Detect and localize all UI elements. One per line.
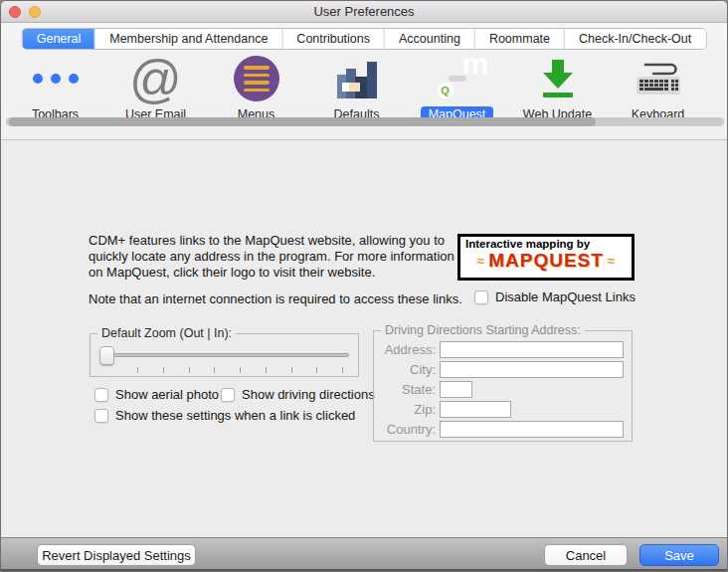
show-driving-directions-row: Show driving directions bbox=[221, 387, 375, 402]
toolbar-item-toolbars[interactable]: Toolbars bbox=[5, 53, 105, 122]
zip-field[interactable] bbox=[440, 401, 511, 418]
city-label: City: bbox=[374, 362, 440, 377]
city-row: City: bbox=[374, 361, 624, 378]
intro-paragraph: CDM+ features links to the MapQuest webs… bbox=[89, 233, 464, 281]
slider-ticks bbox=[137, 367, 343, 373]
slider-groove[interactable] bbox=[99, 353, 349, 357]
logo-dash-left: ≈ bbox=[476, 253, 484, 269]
show-settings-on-click-checkbox[interactable] bbox=[94, 409, 108, 423]
disable-mapquest-links-label: Disable MapQuest Links bbox=[495, 289, 636, 304]
default-zoom-legend: Default Zoom (Out | In): bbox=[97, 326, 236, 340]
default-zoom-group: Default Zoom (Out | In): bbox=[90, 333, 359, 377]
default-zoom-slider[interactable] bbox=[99, 346, 349, 372]
slider-thumb[interactable] bbox=[99, 346, 114, 365]
tab-general[interactable]: General bbox=[23, 29, 95, 49]
scrollbar-thumb[interactable] bbox=[9, 117, 596, 126]
toolbar-item-defaults[interactable]: Defaults bbox=[306, 53, 407, 122]
tab-membership-and-attendance[interactable]: Membership and Attendance bbox=[95, 29, 282, 49]
internet-note: Note that an internet connection is requ… bbox=[89, 291, 464, 307]
show-driving-directions-label: Show driving directions bbox=[242, 387, 375, 402]
zip-label: Zip: bbox=[374, 402, 440, 417]
web-update-download-icon bbox=[536, 57, 580, 100]
cancel-button[interactable]: Cancel bbox=[544, 544, 628, 566]
tab-contributions[interactable]: Contributions bbox=[282, 29, 385, 49]
intro-text: CDM+ features links to the MapQuest webs… bbox=[89, 233, 464, 318]
toolbar-item-mapquest-selected[interactable]: m Q MapQuest bbox=[407, 53, 507, 122]
disable-mapquest-links-checkbox[interactable] bbox=[474, 290, 488, 304]
address-label: Address: bbox=[374, 342, 440, 357]
mapquest-logo-brand: MAPQUEST bbox=[488, 250, 604, 272]
toolbar-horizontal-scrollbar[interactable] bbox=[6, 117, 724, 126]
show-aerial-photo-checkbox[interactable] bbox=[94, 388, 108, 402]
email-at-icon: @ bbox=[129, 55, 182, 102]
driving-directions-address-group: Driving Directions Starting Address: Add… bbox=[373, 330, 633, 442]
state-row: State: bbox=[374, 381, 624, 398]
save-button[interactable]: Save bbox=[639, 544, 719, 566]
country-label: Country: bbox=[374, 422, 440, 437]
toolbar-item-user-email[interactable]: @ User Email bbox=[105, 53, 206, 122]
city-field[interactable] bbox=[440, 361, 624, 378]
tab-accounting[interactable]: Accounting bbox=[385, 29, 475, 49]
zip-row: Zip: bbox=[374, 401, 624, 418]
mapquest-logo-caption: Interactive mapping by bbox=[465, 238, 627, 250]
title-bar: User Preferences bbox=[1, 1, 727, 23]
mapquest-logo[interactable]: Interactive mapping by ≈ MAPQUEST ≈ bbox=[457, 234, 635, 281]
driving-directions-legend: Driving Directions Starting Address: bbox=[381, 323, 585, 337]
state-label: State: bbox=[374, 382, 440, 397]
toolbar-item-keyboard[interactable]: Keyboard bbox=[608, 53, 708, 122]
preferences-icon-row: Toolbars @ User Email Menus Defaults bbox=[5, 53, 708, 122]
show-aerial-photo-row: Show aerial photo bbox=[94, 387, 219, 402]
state-field[interactable] bbox=[440, 381, 472, 398]
address-field[interactable] bbox=[440, 341, 624, 358]
tab-roommate[interactable]: Roommate bbox=[475, 29, 565, 49]
footer-bar: Revert Displayed Settings Cancel Save bbox=[1, 537, 727, 571]
revert-displayed-settings-button[interactable]: Revert Displayed Settings bbox=[37, 544, 196, 566]
show-settings-on-click-row: Show these settings when a link is click… bbox=[94, 408, 355, 423]
user-preferences-window: User Preferences General Membership and … bbox=[0, 0, 728, 572]
keyboard-icon bbox=[634, 57, 683, 100]
tab-check-in-check-out[interactable]: Check-In/Check-Out bbox=[565, 29, 705, 49]
mapquest-settings-pane: CDM+ features links to the MapQuest webs… bbox=[1, 141, 727, 537]
disable-mapquest-links-row: Disable MapQuest Links bbox=[474, 289, 636, 304]
toolbar-item-web-update[interactable]: Web Update bbox=[507, 53, 608, 122]
country-field[interactable] bbox=[440, 421, 624, 438]
show-aerial-photo-label: Show aerial photo bbox=[115, 387, 219, 402]
toolbar-item-menus[interactable]: Menus bbox=[206, 53, 306, 122]
logo-dash-right: ≈ bbox=[608, 253, 616, 269]
toolbars-icon bbox=[33, 74, 79, 84]
address-row: Address: bbox=[374, 341, 624, 358]
menus-icon bbox=[234, 56, 279, 101]
defaults-factory-icon bbox=[335, 57, 379, 100]
preferences-tab-bar: General Membership and Attendance Contri… bbox=[22, 28, 707, 50]
show-driving-directions-checkbox[interactable] bbox=[221, 388, 235, 402]
window-title: User Preferences bbox=[1, 1, 727, 23]
show-settings-on-click-label: Show these settings when a link is click… bbox=[115, 408, 355, 423]
country-row: Country: bbox=[374, 421, 624, 438]
